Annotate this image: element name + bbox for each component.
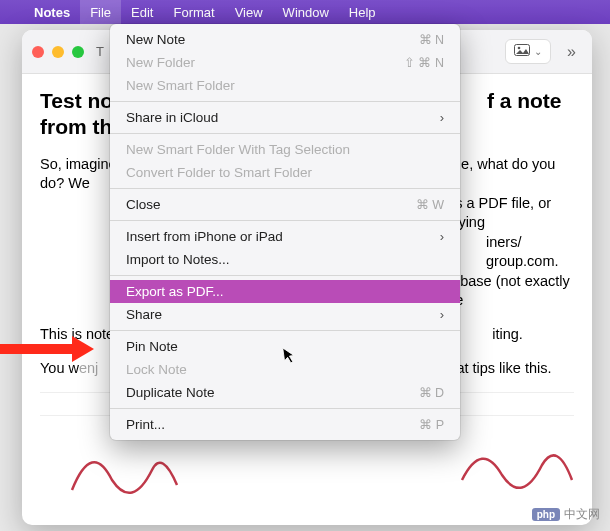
menu-item-new-folder: New Folder⇧ ⌘ N <box>110 51 460 74</box>
file-menu-dropdown: New Note⌘ NNew Folder⇧ ⌘ NNew Smart Fold… <box>110 24 460 440</box>
menu-shortcut: ⌘ N <box>419 32 445 47</box>
menu-item-label: New Folder <box>126 55 195 70</box>
chevron-down-icon: ⌄ <box>534 46 542 57</box>
menu-shortcut: ⇧ ⌘ N <box>404 55 444 70</box>
traffic-lights <box>32 46 84 58</box>
watermark: php 中文网 <box>532 506 600 523</box>
menu-item-duplicate-note[interactable]: Duplicate Note⌘ D <box>110 381 460 404</box>
menu-separator <box>110 220 460 221</box>
menu-separator <box>110 101 460 102</box>
menubar-edit[interactable]: Edit <box>121 0 163 24</box>
svg-point-1 <box>518 47 521 50</box>
menu-shortcut: ⌘ D <box>419 385 445 400</box>
menu-item-label: Insert from iPhone or iPad <box>126 229 283 244</box>
close-icon[interactable] <box>32 46 44 58</box>
menubar-format[interactable]: Format <box>163 0 224 24</box>
menu-item-close[interactable]: Close⌘ W <box>110 193 460 216</box>
menu-item-label: Close <box>126 197 161 212</box>
menu-item-label: Pin Note <box>126 339 178 354</box>
menubar-view[interactable]: View <box>225 0 273 24</box>
menu-item-share-in-icloud[interactable]: Share in iCloud› <box>110 106 460 129</box>
zoom-icon[interactable] <box>72 46 84 58</box>
menu-item-convert-folder-to-smart-folder: Convert Folder to Smart Folder <box>110 161 460 184</box>
cursor-icon <box>282 345 299 368</box>
menu-shortcut: ⌘ W <box>416 197 444 212</box>
menubar-file[interactable]: File <box>80 0 121 24</box>
menu-item-export-as-pdf[interactable]: Export as PDF... <box>110 280 460 303</box>
menu-separator <box>110 408 460 409</box>
menu-separator <box>110 330 460 331</box>
menu-shortcut: ⌘ P <box>419 417 444 432</box>
menu-item-label: Import to Notes... <box>126 252 230 267</box>
chevron-right-icon: › <box>440 110 444 125</box>
menu-item-import-to-notes[interactable]: Import to Notes... <box>110 248 460 271</box>
menu-item-label: New Note <box>126 32 185 47</box>
menu-separator <box>110 133 460 134</box>
media-button[interactable]: ⌄ <box>505 39 551 64</box>
menu-separator <box>110 188 460 189</box>
menu-item-new-note[interactable]: New Note⌘ N <box>110 28 460 51</box>
menu-item-share[interactable]: Share› <box>110 303 460 326</box>
image-icon <box>514 44 530 59</box>
menu-item-label: Lock Note <box>126 362 187 377</box>
menu-item-label: Print... <box>126 417 165 432</box>
menu-item-insert-from-iphone-or-ipad[interactable]: Insert from iPhone or iPad› <box>110 225 460 248</box>
annotation-arrow <box>0 338 95 360</box>
menu-item-label: New Smart Folder With Tag Selection <box>126 142 350 157</box>
menu-item-print[interactable]: Print...⌘ P <box>110 413 460 436</box>
menu-item-label: Export as PDF... <box>126 284 224 299</box>
chevron-right-icon: › <box>440 307 444 322</box>
menubar-window[interactable]: Window <box>273 0 339 24</box>
menubar-app[interactable]: Notes <box>24 0 80 24</box>
menu-item-label: Share <box>126 307 162 322</box>
window-title: T <box>96 44 104 59</box>
menu-item-label: Convert Folder to Smart Folder <box>126 165 312 180</box>
minimize-icon[interactable] <box>52 46 64 58</box>
menu-item-new-smart-folder-with-tag-selection: New Smart Folder With Tag Selection <box>110 138 460 161</box>
menu-item-label: New Smart Folder <box>126 78 235 93</box>
menu-item-label: Duplicate Note <box>126 385 215 400</box>
menubar-help[interactable]: Help <box>339 0 386 24</box>
php-logo: php <box>532 508 560 521</box>
menu-item-label: Share in iCloud <box>126 110 218 125</box>
overflow-icon[interactable]: » <box>561 43 582 61</box>
menubar: Notes File Edit Format View Window Help <box>0 0 610 24</box>
menu-separator <box>110 275 460 276</box>
chevron-right-icon: › <box>440 229 444 244</box>
menu-item-new-smart-folder: New Smart Folder <box>110 74 460 97</box>
